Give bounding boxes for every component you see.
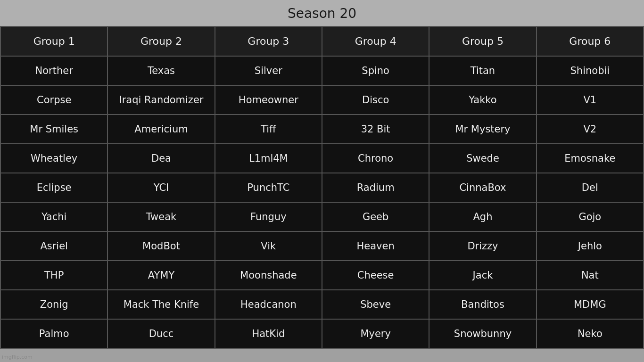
cell-r1-c6: Shinobii bbox=[537, 56, 644, 85]
cell-r8-c6: Nat bbox=[537, 261, 644, 290]
cell-r1-c2: Texas bbox=[107, 56, 215, 85]
cell-r8-c3: Moonshade bbox=[215, 261, 322, 290]
table-row: CorpseIraqi RandomizerHomeownerDiscoYakk… bbox=[0, 85, 644, 115]
header-col-5: Group 5 bbox=[429, 26, 536, 56]
cell-r9-c3: Headcanon bbox=[215, 290, 322, 319]
cell-r6-c6: Gojo bbox=[537, 202, 644, 231]
cell-r7-c4: Heaven bbox=[322, 231, 429, 261]
table-row: ZonigMack The KnifeHeadcanonSbeveBandito… bbox=[0, 290, 644, 319]
table-wrapper: Group 1Group 2Group 3Group 4Group 5Group… bbox=[0, 26, 644, 349]
cell-r1-c5: Titan bbox=[429, 56, 536, 85]
cell-r6-c1: Yachi bbox=[0, 202, 107, 231]
cell-r3-c1: Mr Smiles bbox=[0, 115, 107, 144]
cell-r2-c2: Iraqi Randomizer bbox=[107, 85, 215, 115]
table-row: YachiTweakFunguyGeebAghGojo bbox=[0, 202, 644, 231]
cell-r3-c3: Tiff bbox=[215, 115, 322, 144]
cell-r5-c5: CinnaBox bbox=[429, 173, 536, 202]
cell-r4-c3: L1ml4M bbox=[215, 144, 322, 173]
cell-r5-c3: PunchTC bbox=[215, 173, 322, 202]
cell-r4-c1: Wheatley bbox=[0, 144, 107, 173]
cell-r3-c6: V2 bbox=[537, 115, 644, 144]
cell-r9-c4: Sbeve bbox=[322, 290, 429, 319]
page-container: Season 20 Group 1Group 2Group 3Group 4Gr… bbox=[0, 0, 644, 362]
cell-r1-c1: Norther bbox=[0, 56, 107, 85]
table-row: THPAYMYMoonshadeCheeseJackNat bbox=[0, 261, 644, 290]
cell-r9-c6: MDMG bbox=[537, 290, 644, 319]
table-row: PalmoDuccHatKidMyerySnowbunnyNeko bbox=[0, 319, 644, 348]
cell-r5-c4: Radium bbox=[322, 173, 429, 202]
header-col-2: Group 2 bbox=[107, 26, 215, 56]
table-row: AsrielModBotVikHeavenDrizzyJehlo bbox=[0, 231, 644, 261]
cell-r2-c4: Disco bbox=[322, 85, 429, 115]
header-col-1: Group 1 bbox=[0, 26, 107, 56]
cell-r7-c6: Jehlo bbox=[537, 231, 644, 261]
season-table: Group 1Group 2Group 3Group 4Group 5Group… bbox=[0, 26, 644, 349]
cell-r4-c4: Chrono bbox=[322, 144, 429, 173]
cell-r7-c1: Asriel bbox=[0, 231, 107, 261]
cell-r8-c5: Jack bbox=[429, 261, 536, 290]
header-col-4: Group 4 bbox=[322, 26, 429, 56]
cell-r10-c5: Snowbunny bbox=[429, 319, 536, 348]
watermark: imgflip.com bbox=[2, 354, 33, 360]
cell-r10-c6: Neko bbox=[537, 319, 644, 348]
cell-r10-c3: HatKid bbox=[215, 319, 322, 348]
cell-r4-c5: Swede bbox=[429, 144, 536, 173]
cell-r8-c1: THP bbox=[0, 261, 107, 290]
table-row: Mr SmilesAmericiumTiff32 BitMr MysteryV2 bbox=[0, 115, 644, 144]
cell-r10-c4: Myery bbox=[322, 319, 429, 348]
cell-r1-c4: Spino bbox=[322, 56, 429, 85]
cell-r10-c2: Ducc bbox=[107, 319, 215, 348]
table-row: EclipseYCIPunchTCRadiumCinnaBoxDel bbox=[0, 173, 644, 202]
cell-r5-c1: Eclipse bbox=[0, 173, 107, 202]
cell-r7-c5: Drizzy bbox=[429, 231, 536, 261]
header-col-6: Group 6 bbox=[537, 26, 644, 56]
cell-r3-c5: Mr Mystery bbox=[429, 115, 536, 144]
cell-r9-c2: Mack The Knife bbox=[107, 290, 215, 319]
page-title: Season 20 bbox=[0, 0, 644, 26]
cell-r3-c2: Americium bbox=[107, 115, 215, 144]
cell-r8-c2: AYMY bbox=[107, 261, 215, 290]
cell-r6-c5: Agh bbox=[429, 202, 536, 231]
cell-r2-c6: V1 bbox=[537, 85, 644, 115]
cell-r1-c3: Silver bbox=[215, 56, 322, 85]
cell-r6-c4: Geeb bbox=[322, 202, 429, 231]
table-row: NortherTexasSilverSpinoTitanShinobii bbox=[0, 56, 644, 85]
cell-r6-c3: Funguy bbox=[215, 202, 322, 231]
cell-r4-c2: Dea bbox=[107, 144, 215, 173]
cell-r2-c1: Corpse bbox=[0, 85, 107, 115]
header-col-3: Group 3 bbox=[215, 26, 322, 56]
cell-r6-c2: Tweak bbox=[107, 202, 215, 231]
cell-r8-c4: Cheese bbox=[322, 261, 429, 290]
table-row: WheatleyDeaL1ml4MChronoSwedeEmosnake bbox=[0, 144, 644, 173]
cell-r2-c3: Homeowner bbox=[215, 85, 322, 115]
cell-r10-c1: Palmo bbox=[0, 319, 107, 348]
cell-r7-c3: Vik bbox=[215, 231, 322, 261]
cell-r5-c2: YCI bbox=[107, 173, 215, 202]
cell-r7-c2: ModBot bbox=[107, 231, 215, 261]
cell-r5-c6: Del bbox=[537, 173, 644, 202]
cell-r4-c6: Emosnake bbox=[537, 144, 644, 173]
cell-r2-c5: Yakko bbox=[429, 85, 536, 115]
cell-r3-c4: 32 Bit bbox=[322, 115, 429, 144]
cell-r9-c5: Banditos bbox=[429, 290, 536, 319]
header-row: Group 1Group 2Group 3Group 4Group 5Group… bbox=[0, 26, 644, 56]
cell-r9-c1: Zonig bbox=[0, 290, 107, 319]
